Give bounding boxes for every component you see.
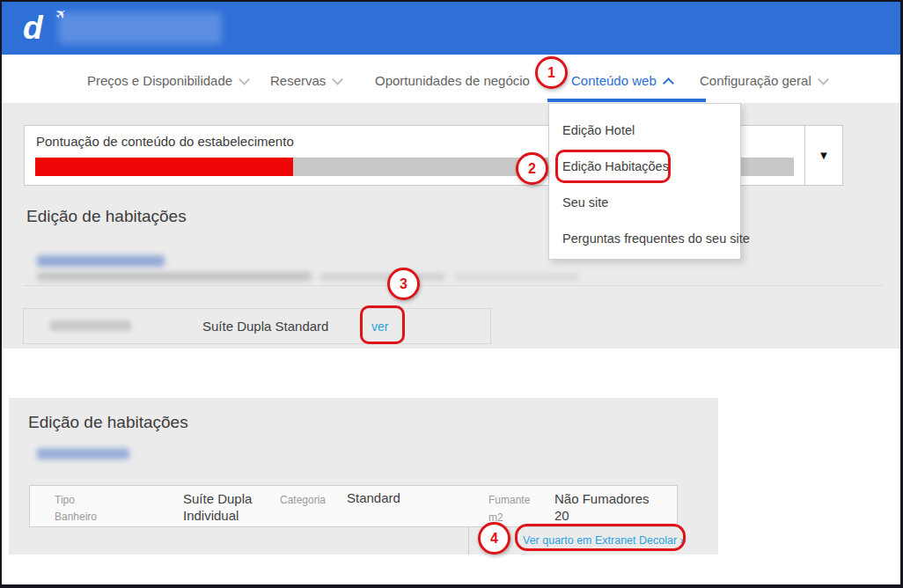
extranet-page: d ✈ Preços e Disponibilidade Reservas Op…: [0, 0, 903, 588]
annotation-box-ver: [360, 305, 405, 344]
room-name: Suíte Dupla Standard: [202, 319, 328, 334]
section-title-edicao-habitacoes-2: Edição de habitações: [28, 413, 188, 432]
logo-letter: d: [23, 10, 43, 46]
score-dropdown-toggle[interactable]: ▼: [804, 125, 843, 186]
nav-label: Oportunidades de negócio: [375, 73, 530, 88]
redacted-room-code: [50, 320, 131, 331]
redacted-hotel-name: [58, 12, 222, 44]
nav-conteudo-web[interactable]: Conteúdo web: [571, 73, 672, 88]
menu-item-seu-site[interactable]: Seu site: [562, 195, 608, 209]
annotation-step-2: 2: [516, 152, 548, 185]
detail-value-m2: 20: [554, 508, 569, 523]
detail-label-fumante: Fumante: [488, 494, 530, 506]
detail-value-tipo: Suíte Dupla: [183, 491, 252, 506]
section-title-edicao-habitacoes: Edição de habitações: [26, 207, 187, 226]
annotation-step-4: 4: [478, 522, 510, 555]
chevron-down-icon: [332, 74, 343, 85]
nav-label: Reservas: [270, 73, 326, 88]
chevron-down-icon: [239, 74, 250, 85]
table-top-border: [23, 285, 883, 286]
nav-reservas[interactable]: Reservas: [270, 73, 341, 88]
nav-label: Conteúdo web: [571, 73, 657, 88]
annotation-step-3: 3: [387, 268, 420, 300]
redacted-room-type-link[interactable]: [37, 255, 165, 267]
menu-item-edicao-hotel[interactable]: Edição Hotel: [562, 123, 635, 137]
active-tab-underline: [547, 99, 706, 102]
annotation-box-edicao-habitacoes: [555, 150, 671, 183]
content-score-fill: [35, 158, 293, 176]
redacted-room-link[interactable]: [37, 448, 129, 459]
nav-precos-e-disponibilidade[interactable]: Preços e Disponibilidade: [87, 73, 248, 88]
decolar-logo[interactable]: d ✈: [23, 9, 60, 48]
redacted-description-text: [320, 273, 445, 281]
nav-label: Configuração geral: [700, 73, 811, 88]
table-cell-divider: [468, 527, 469, 555]
chevron-up-icon: [663, 77, 674, 89]
detail-value-categoria: Standard: [347, 490, 400, 505]
room-detail-table: Tipo Suíte Dupla Categoria Standard Fuma…: [29, 485, 678, 527]
annotation-box-extranet-link: [515, 524, 686, 551]
nav-oportunidades-de-negocio[interactable]: Oportunidades de negócio: [375, 73, 546, 88]
detail-label-tipo: Tipo: [55, 494, 75, 506]
annotation-step-1: 1: [535, 56, 568, 89]
content-score-label: Pontuação de conteúdo do estabelecimento: [36, 134, 294, 149]
app-header: d ✈: [2, 2, 900, 55]
detail-value-fumante: Não Fumadores: [554, 491, 650, 506]
nav-label: Preços e Disponibilidade: [87, 73, 232, 88]
detail-value-banheiro: Individual: [183, 508, 239, 523]
detail-label-banheiro: Banheiro: [55, 511, 97, 523]
caret-down-icon: ▼: [819, 149, 830, 162]
detail-label-categoria: Categoria: [280, 494, 326, 506]
menu-item-perguntas-frequentes[interactable]: Perguntas frequentes do seu site: [562, 232, 750, 246]
redacted-description-text: [37, 272, 312, 281]
chevron-down-icon: [818, 74, 829, 85]
nav-configuracao-geral[interactable]: Configuração geral: [700, 73, 827, 88]
main-navbar: Preços e Disponibilidade Reservas Oportu…: [2, 55, 900, 103]
redacted-description-text: [454, 273, 579, 281]
